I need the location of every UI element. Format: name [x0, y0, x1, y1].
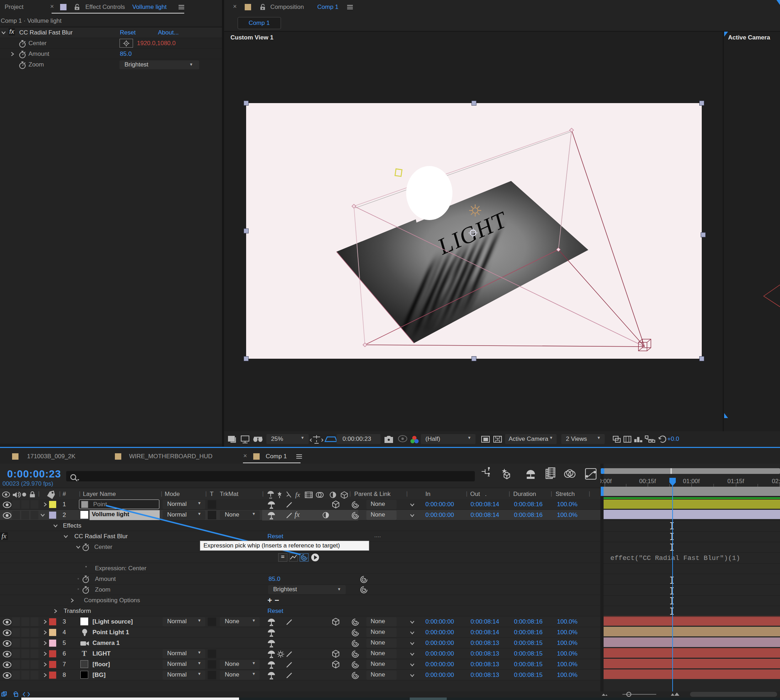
svg-text:fx: fx [295, 491, 300, 498]
